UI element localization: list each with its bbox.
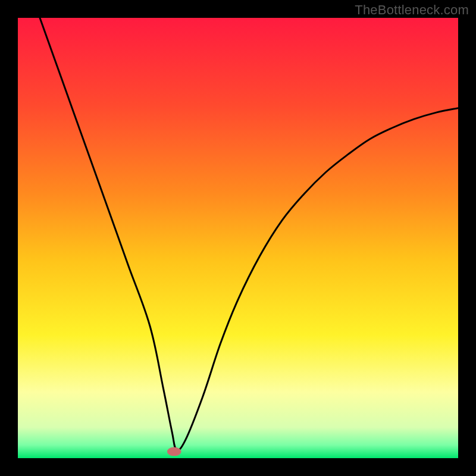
gradient-background xyxy=(18,18,458,458)
watermark-text: TheBottleneck.com xyxy=(355,2,469,18)
optimum-marker xyxy=(167,447,181,456)
plot-area xyxy=(18,18,458,458)
plot-svg xyxy=(18,18,458,458)
chart-frame: TheBottleneck.com xyxy=(0,0,476,476)
